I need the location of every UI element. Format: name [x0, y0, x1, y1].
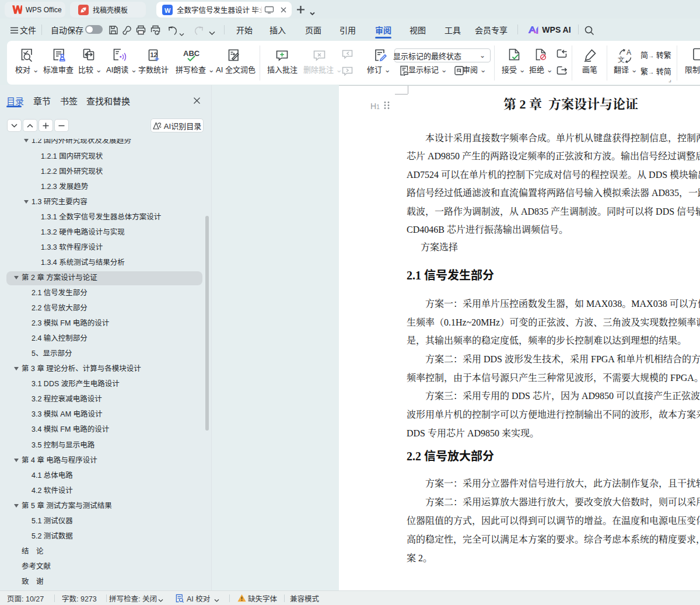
- svg-text:W: W: [164, 6, 171, 13]
- svg-text:A: A: [626, 48, 631, 57]
- svg-text:12: 12: [150, 51, 158, 58]
- svg-text:ABC: ABC: [183, 49, 200, 58]
- svg-text:文: 文: [618, 55, 625, 64]
